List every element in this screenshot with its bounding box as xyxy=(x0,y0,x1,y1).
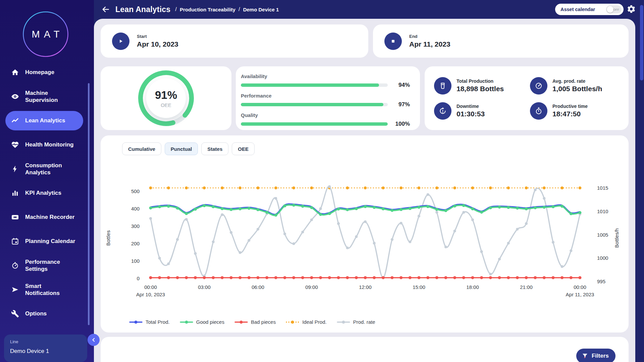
sidebar-item-label: Machine Recorder xyxy=(25,214,74,221)
kpi-bar-fill xyxy=(241,122,388,126)
stat-label: Downtime xyxy=(457,104,485,109)
legend-swatch xyxy=(337,320,350,324)
sidebar-item-label: Options xyxy=(25,310,47,317)
kpi-bar-track xyxy=(241,122,388,126)
speedometer-icon xyxy=(530,77,547,95)
filters-label: Filters xyxy=(592,353,609,359)
svg-text:00:00: 00:00 xyxy=(574,284,586,290)
play-icon xyxy=(112,33,129,50)
send-icon xyxy=(11,285,19,294)
kpi-bar-performance: Performance97% xyxy=(241,93,410,108)
wrench-icon xyxy=(11,309,19,318)
sidebar-item-planning-calendar[interactable]: Planning Calendar xyxy=(0,229,94,253)
breadcrumb-item-demo-device-1[interactable]: Demo Device 1 xyxy=(243,7,279,12)
filters-button[interactable]: Filters xyxy=(576,349,615,362)
lightning-icon xyxy=(11,165,19,173)
asset-calendar-toggle[interactable]: Asset calendar OFF xyxy=(555,4,624,15)
sidebar-item-consumption-analytics[interactable]: Consumption Analytics xyxy=(0,157,94,181)
back-arrow-icon[interactable] xyxy=(101,5,110,14)
svg-text:Apr 11, 2023: Apr 11, 2023 xyxy=(566,292,594,297)
sidebar-item-label: Machine Supervision xyxy=(25,89,75,104)
chart-tabs: CumulativePunctualStatesOEE xyxy=(122,142,255,155)
production-chart[interactable]: 0100200300400500995100010051010101500:00… xyxy=(105,168,625,302)
svg-text:21:00: 21:00 xyxy=(520,284,533,290)
sidebar: MAT HomepageMachine SupervisionLean Anal… xyxy=(0,0,94,362)
line-selector-label: Line xyxy=(10,339,81,344)
tab-states[interactable]: States xyxy=(201,142,228,155)
legend-label: Prod. rate xyxy=(353,319,375,325)
legend-item-ideal-prod[interactable]: Ideal Prod. xyxy=(286,319,327,325)
calendar-icon xyxy=(11,237,19,246)
funnel-icon xyxy=(582,353,588,359)
sidebar-item-lean-analytics[interactable]: Lean Analytics xyxy=(5,111,83,130)
svg-text:995: 995 xyxy=(597,279,605,284)
breadcrumb-item-production-traceability[interactable]: Production Traceability xyxy=(180,7,235,12)
production-stats-card: Total Production18,898 BottlesAvg. prod.… xyxy=(425,66,629,130)
svg-text:1005: 1005 xyxy=(597,232,608,238)
sidebar-item-smart-notifications[interactable]: Smart Notifications xyxy=(0,278,94,302)
breadcrumb: /Production Traceability/Demo Device 1 xyxy=(175,6,279,13)
sidebar-collapse-button[interactable] xyxy=(88,334,100,346)
svg-text:06:00: 06:00 xyxy=(252,284,264,290)
sidebar-item-health-monitoring[interactable]: Health Monitoring xyxy=(0,133,94,157)
tab-cumulative[interactable]: Cumulative xyxy=(122,142,161,155)
stat-value: 1,005 Bottles/h xyxy=(552,85,602,93)
stat-value: 01:30:53 xyxy=(457,110,485,118)
svg-text:18:00: 18:00 xyxy=(466,284,479,290)
page-title: Lean Analytics xyxy=(115,5,170,14)
tab-oee[interactable]: OEE xyxy=(232,142,255,155)
svg-text:0: 0 xyxy=(137,276,140,281)
svg-text:300: 300 xyxy=(131,223,140,229)
sidebar-item-performance-settings[interactable]: Performance Settings xyxy=(0,253,94,278)
stat-downtime: Downtime01:30:53 xyxy=(434,98,530,123)
bar-chart-icon xyxy=(11,189,19,197)
end-date-card[interactable]: End Apr 11, 2023 xyxy=(373,24,629,58)
end-label: End xyxy=(409,34,450,39)
page-scrollbar[interactable] xyxy=(640,5,643,80)
svg-text:100: 100 xyxy=(131,258,140,264)
svg-text:Bottles/h: Bottles/h xyxy=(614,228,620,248)
oee-label: OEE xyxy=(161,102,171,108)
svg-text:09:00: 09:00 xyxy=(305,284,318,290)
oee-gauge: 91% OEE xyxy=(138,70,195,127)
sidebar-item-homepage[interactable]: Homepage xyxy=(0,60,94,84)
sidebar-menu: HomepageMachine SupervisionLean Analytic… xyxy=(0,60,94,326)
sidebar-item-label: Performance Settings xyxy=(25,258,75,273)
kpi-bar-label: Performance xyxy=(241,93,410,99)
legend-item-prod-rate[interactable]: Prod. rate xyxy=(337,319,375,325)
stopwatch-gauge-icon xyxy=(11,261,19,270)
tab-punctual[interactable]: Punctual xyxy=(165,142,198,155)
start-label: Start xyxy=(137,34,178,39)
line-selector[interactable]: Line Demo Device 1 xyxy=(4,335,87,362)
sidebar-item-label: Planning Calendar xyxy=(25,238,75,245)
sidebar-scrollbar[interactable] xyxy=(88,83,90,325)
gear-icon[interactable] xyxy=(627,4,636,14)
legend-item-bad-pieces[interactable]: Bad pieces xyxy=(234,319,276,325)
cassette-icon xyxy=(11,213,19,222)
kpi-bar-quality: Quality100% xyxy=(241,112,410,127)
toggle-track[interactable]: OFF xyxy=(606,5,622,13)
svg-text:500: 500 xyxy=(131,188,140,194)
home-icon xyxy=(11,68,19,77)
sidebar-item-kpi-analytics[interactable]: KPI Analytics xyxy=(0,181,94,205)
sidebar-item-options[interactable]: Options xyxy=(0,302,94,326)
breadcrumb-separator: / xyxy=(238,6,240,13)
sidebar-item-machine-supervision[interactable]: Machine Supervision xyxy=(0,84,94,109)
legend-swatch xyxy=(180,320,193,324)
kpi-bar-value: 94% xyxy=(388,82,410,88)
svg-text:1000: 1000 xyxy=(597,255,608,261)
chevron-left-icon xyxy=(90,337,97,343)
kpi-bar-label: Availability xyxy=(241,73,410,79)
downtime-clock-icon xyxy=(434,102,451,120)
legend-item-good-pieces[interactable]: Good pieces xyxy=(180,319,224,325)
start-date-card[interactable]: Start Apr 10, 2023 xyxy=(101,24,368,58)
stat-avg-prod-rate: Avg. prod. rate1,005 Bottles/h xyxy=(530,73,626,98)
legend-item-total-prod[interactable]: Total Prod. xyxy=(129,319,170,325)
kpi-bar-track xyxy=(241,103,388,106)
legend-swatch xyxy=(234,320,248,324)
sidebar-item-machine-recorder[interactable]: Machine Recorder xyxy=(0,205,94,229)
logo-text: MAT xyxy=(22,11,69,57)
oee-gauge-card: 91% OEE xyxy=(101,66,231,130)
stat-total-production: Total Production18,898 Bottles xyxy=(434,73,530,98)
stat-label: Avg. prod. rate xyxy=(552,78,602,84)
